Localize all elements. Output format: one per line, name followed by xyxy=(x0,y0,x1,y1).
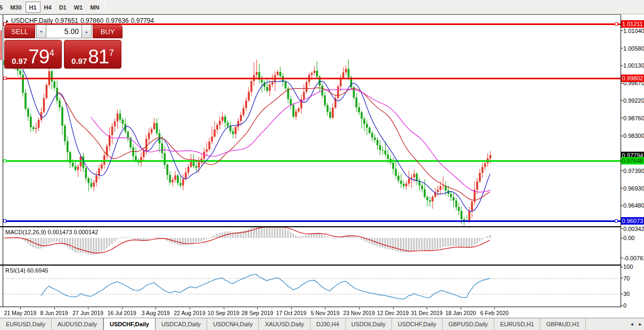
chart-tab-gbpusd-daily[interactable]: GBPUSD,Daily xyxy=(443,318,494,330)
chart-tab-eurusd-h1[interactable]: EURUSD,H1 xyxy=(494,318,541,330)
buy-price-prefix: 0.97 xyxy=(71,56,87,65)
chart-title: ▲ USDCHF,Daily 0.97651 0.97860 0.97636 0… xyxy=(5,17,154,24)
buy-button[interactable]: BUY xyxy=(93,24,123,38)
price-axis-tick: 0.99220 xyxy=(623,97,644,104)
date-tick-mark xyxy=(494,308,495,309)
date-tick-mark xyxy=(359,308,360,309)
axis-tick-mark xyxy=(621,118,623,118)
axis-tick-mark xyxy=(621,100,623,101)
volume-stepper: ▼ ▲ xyxy=(36,24,92,38)
chart-tab-xauusd-daily[interactable]: XAUUSD,Daily xyxy=(259,318,310,330)
tab-scroll-right-icon[interactable]: ► xyxy=(638,322,642,327)
volume-input[interactable] xyxy=(46,24,81,38)
tab-scroll-left-icon[interactable]: ◄ xyxy=(630,322,634,327)
buy-price-big: 81 xyxy=(88,48,109,65)
rsi-axis-tick: 30 xyxy=(623,291,630,297)
date-axis-label: 28 Sep 2019 xyxy=(241,310,273,316)
chart-tab-gbpaud-h1[interactable]: GBPAUD,H1 xyxy=(540,318,586,330)
buy-price-box[interactable]: 0.97817 xyxy=(64,40,121,69)
axis-tick-mark xyxy=(621,65,623,66)
sell-price-big: 79 xyxy=(28,48,49,65)
price-axis-tick: 0.96480 xyxy=(623,202,644,209)
date-tick-mark xyxy=(224,308,224,309)
axis-tick-mark xyxy=(621,48,623,48)
macd-axis-tick: 0.00 xyxy=(623,235,634,241)
date-axis-label: 16 Jul 2019 xyxy=(108,310,136,316)
date-tick-mark xyxy=(88,308,88,309)
rsi-panel: RSI(14) 60.6945 xyxy=(0,266,621,307)
date-axis-label: 21 May 2019 xyxy=(4,310,37,316)
price-axis-tick: 0.97390 xyxy=(623,168,644,174)
date-tick-mark xyxy=(122,308,123,309)
date-tick-mark xyxy=(54,308,55,309)
date-tick-mark xyxy=(257,308,258,309)
axis-tick-mark xyxy=(621,258,623,258)
timeframe-button-5[interactable]: 5 xyxy=(0,2,6,13)
date-axis-label: 27 Jun 2019 xyxy=(72,310,103,316)
macd-panel: MACD(12,26,9) 0.001473 0.000142 xyxy=(0,227,621,265)
macd-label: MACD(12,26,9) 0.001473 0.000142 xyxy=(5,229,98,235)
chart-tab-usdchf-daily[interactable]: USDCHF,Daily xyxy=(392,318,443,330)
axis-tick-mark xyxy=(621,294,623,294)
chart-tab-usdcad-daily[interactable]: USDCAD,Daily xyxy=(156,318,207,330)
chart-tab-usdoil-daily[interactable]: USDOil,Daily xyxy=(346,318,392,330)
sell-button[interactable]: SELL xyxy=(4,24,35,38)
date-axis-label: 6 Feb 2020 xyxy=(480,310,509,316)
tab-scroll-arrows: ◄► xyxy=(630,318,644,330)
timeframe-button-m30[interactable]: M30 xyxy=(6,2,25,13)
price-badge: 0.97648 xyxy=(621,157,644,164)
timeframe-toolbar: 5M30H1H4D1W1MN xyxy=(0,0,644,14)
ohlc-close: 0.97794 xyxy=(131,17,154,24)
chart-tab-dj30-h4[interactable]: DJ30,H4 xyxy=(311,318,346,330)
price-axis-tick: 0.96930 xyxy=(623,185,644,192)
sell-price-box[interactable]: 0.97794 xyxy=(4,40,62,69)
volume-increase-button[interactable]: ▲ xyxy=(81,24,92,38)
sell-price-prefix: 0.97 xyxy=(12,56,27,65)
date-axis-label: 17 Oct 2019 xyxy=(276,310,306,316)
rsi-label: RSI(14) 60.6945 xyxy=(5,267,48,274)
macd-axis-tick: -0.007615 xyxy=(623,255,644,261)
volume-decrease-button[interactable]: ▼ xyxy=(36,24,46,38)
axis-tick-mark xyxy=(621,170,623,171)
chart-tab-bar: EURUSD,DailyAUDUSD,DailyUSDCHF,DailyUSDC… xyxy=(0,318,644,330)
date-axis-label: 3 Aug 2019 xyxy=(142,310,170,316)
sell-price-sup: 4 xyxy=(49,49,54,57)
axis-tick-mark xyxy=(621,278,623,278)
timeframe-button-d1[interactable]: D1 xyxy=(55,2,70,13)
plot-top-border xyxy=(0,14,621,15)
timeframe-button-h4[interactable]: H4 xyxy=(40,2,55,13)
timeframe-button-h1[interactable]: H1 xyxy=(26,2,40,13)
price-axis-tick: 0.98300 xyxy=(623,133,644,139)
date-tick-mark xyxy=(325,308,325,309)
date-axis-label: 8 Jun 2019 xyxy=(40,310,68,316)
date-tick-mark xyxy=(427,308,427,309)
price-badge: 0.96073 xyxy=(621,217,644,225)
rsi-canvas[interactable] xyxy=(3,266,621,307)
ohlc-low: 0.97636 xyxy=(105,17,128,24)
date-axis-label: 5 Nov 2019 xyxy=(311,310,340,316)
plot-left-border xyxy=(3,15,3,307)
macd-axis-tick: 0.003428 xyxy=(623,226,644,232)
clipped-candle-sliver xyxy=(1,30,2,60)
panel-divider xyxy=(0,307,621,307)
trading-terminal-window: 5M30H1H4D1W1MN ▲ USDCHF,Daily 0.97651 0.… xyxy=(0,0,644,330)
chart-tab-usdcnh-daily[interactable]: USDCNH,Daily xyxy=(207,318,259,330)
chart-tab-usdchf-daily[interactable]: USDCHF,Daily xyxy=(103,318,156,330)
date-axis-label: 18 Jan 2020 xyxy=(445,310,476,316)
date-axis-label: 23 Nov 2019 xyxy=(343,310,375,316)
timeframe-button-mn[interactable]: MN xyxy=(86,2,103,13)
rsi-axis-tick: 70 xyxy=(623,275,630,282)
chart-tab-audusd-daily[interactable]: AUDUSD,Daily xyxy=(52,318,103,330)
chart-tab-eurusd-daily[interactable]: EURUSD,Daily xyxy=(0,318,52,330)
price-chart-panel: ▲ USDCHF,Daily 0.97651 0.97860 0.97636 0… xyxy=(0,15,621,226)
axis-tick-mark xyxy=(621,306,623,306)
axis-tick-mark xyxy=(621,205,623,206)
date-tick-mark xyxy=(461,308,461,309)
price-badge: 0.99802 xyxy=(621,75,644,82)
price-axis-tick: 1.00580 xyxy=(623,45,644,52)
rsi-axis-tick: 100 xyxy=(623,263,633,270)
chart-symbol-label: USDCHF,Daily xyxy=(11,17,53,24)
timeframe-button-w1[interactable]: W1 xyxy=(70,2,87,13)
chevron-up-icon: ▲ xyxy=(85,30,88,34)
chevron-down-icon: ▼ xyxy=(39,30,43,34)
